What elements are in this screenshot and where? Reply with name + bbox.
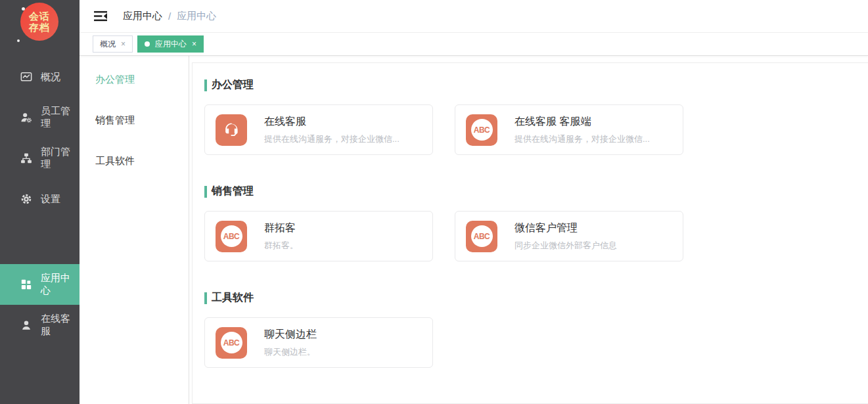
abc-badge: ABC xyxy=(221,225,242,247)
section-office: 办公管理 在线客服 提供在线沟通服务，对接企业微信... xyxy=(204,78,868,155)
card-text: 聊天侧边栏 聊天侧边栏。 xyxy=(264,328,325,358)
card-text: 微信客户管理 同步企业微信外部客户信息 xyxy=(514,221,625,252)
sidebar-item-online-service[interactable]: 在线客服 xyxy=(0,305,80,346)
card-text: 群拓客 群拓客。 xyxy=(264,221,306,252)
app-card-online-service-agent[interactable]: ABC 在线客服 客服端 提供在线沟通服务，对接企业微信... xyxy=(455,104,683,155)
tab-label: 概况 xyxy=(100,39,116,50)
secondary-sidebar: 办公管理 销售管理 工具软件 xyxy=(80,56,189,404)
card-text: 在线客服 客服端 提供在线沟通服务，对接企业微信... xyxy=(514,115,658,145)
sidebar-item-label: 应用中心 xyxy=(41,272,80,297)
content-area: 办公管理 销售管理 工具软件 办公管理 xyxy=(80,56,868,404)
breadcrumb-level2: 应用中心 xyxy=(177,10,216,22)
sidebar-item-label: 设置 xyxy=(41,193,60,206)
person-icon xyxy=(20,319,32,331)
close-icon[interactable]: × xyxy=(121,40,126,48)
tab-label: 应用中心 xyxy=(155,39,187,50)
logo-sparkle-dot xyxy=(22,7,25,11)
card-row: ABC 聊天侧边栏 聊天侧边栏。 xyxy=(204,317,868,368)
section-title: 工具软件 xyxy=(212,291,254,305)
section-sales: 销售管理 ABC 群拓客 群拓客。 xyxy=(204,185,868,261)
logo-text-line1: 会话 xyxy=(29,11,50,22)
card-row: 在线客服 提供在线沟通服务，对接企业微信... ABC 在线客服 客服端 xyxy=(204,104,868,155)
section-title: 办公管理 xyxy=(212,78,254,92)
app-list-panel: 办公管理 在线客服 提供在线沟通服务，对接企业微信... xyxy=(192,62,868,404)
app-description: 提供在线沟通服务，对接企业微信... xyxy=(514,133,650,145)
employee-icon xyxy=(20,112,32,123)
app-root: 会话 存档 概况 员工管理 部门管理 xyxy=(0,0,868,404)
breadcrumb-separator: / xyxy=(168,11,171,22)
submenu-item-tools[interactable]: 工具软件 xyxy=(80,141,189,181)
active-dot-icon xyxy=(145,41,150,47)
abc-badge: ABC xyxy=(471,225,493,247)
app-card-chat-sidebar[interactable]: ABC 聊天侧边栏 聊天侧边栏。 xyxy=(204,317,433,368)
section-accent-bar xyxy=(204,79,207,91)
sidebar-item-employees[interactable]: 员工管理 xyxy=(0,97,80,138)
app-title: 在线客服 xyxy=(264,115,400,129)
gear-icon xyxy=(20,193,32,205)
breadcrumb-level1[interactable]: 应用中心 xyxy=(123,10,162,22)
abc-app-icon: ABC xyxy=(216,327,247,359)
app-title: 在线客服 客服端 xyxy=(514,115,650,129)
primary-sidebar: 会话 存档 概况 员工管理 部门管理 xyxy=(0,0,80,404)
close-icon[interactable]: × xyxy=(192,40,196,48)
section-header: 办公管理 xyxy=(204,78,868,92)
sidebar-item-app-center[interactable]: 应用中心 xyxy=(0,264,80,305)
sidebar-item-settings[interactable]: 设置 xyxy=(0,179,80,219)
sidebar-item-label: 概况 xyxy=(41,71,60,83)
breadcrumb: 应用中心 / 应用中心 xyxy=(123,10,216,22)
headset-icon xyxy=(216,114,247,146)
section-header: 销售管理 xyxy=(204,185,868,198)
logo-text-line2: 存档 xyxy=(29,22,50,33)
tab-overview[interactable]: 概况 × xyxy=(93,35,133,53)
main-column: 应用中心 / 应用中心 概况 × 应用中心 × 办公管理 销售管理 工具软件 xyxy=(80,0,868,404)
card-row: ABC 群拓客 群拓客。 ABC xyxy=(204,211,868,261)
sidebar-spacer xyxy=(0,219,80,264)
sidebar-item-label: 员工管理 xyxy=(41,105,80,130)
submenu-item-sales[interactable]: 销售管理 xyxy=(80,100,189,141)
top-navbar: 应用中心 / 应用中心 xyxy=(80,0,868,33)
app-description: 同步企业微信外部客户信息 xyxy=(514,240,617,252)
app-title: 聊天侧边栏 xyxy=(264,328,317,342)
sidebar-item-overview[interactable]: 概况 xyxy=(0,56,80,97)
main-panel-wrap: 办公管理 在线客服 提供在线沟通服务，对接企业微信... xyxy=(189,56,868,404)
collapse-sidebar-icon[interactable] xyxy=(93,10,108,22)
app-title: 群拓客 xyxy=(264,221,298,235)
app-description: 群拓客。 xyxy=(264,240,298,252)
tab-app-center[interactable]: 应用中心 × xyxy=(137,35,204,53)
sidebar-item-label: 部门管理 xyxy=(41,146,80,171)
app-card-group-marketing[interactable]: ABC 群拓客 群拓客。 xyxy=(204,211,433,261)
app-description: 提供在线沟通服务，对接企业微信... xyxy=(264,133,400,145)
abc-badge: ABC xyxy=(471,119,493,141)
abc-app-icon: ABC xyxy=(466,221,497,252)
section-tools: 工具软件 ABC 聊天侧边栏 聊天侧边栏。 xyxy=(204,291,868,368)
org-tree-icon xyxy=(20,152,32,164)
logo-sparkle-dot xyxy=(17,39,20,42)
section-accent-bar xyxy=(204,186,207,198)
section-accent-bar xyxy=(204,292,207,304)
sidebar-item-label: 在线客服 xyxy=(41,313,80,338)
abc-badge: ABC xyxy=(221,332,242,353)
app-grid-icon xyxy=(20,279,32,290)
sidebar-item-departments[interactable]: 部门管理 xyxy=(0,138,80,179)
abc-app-icon: ABC xyxy=(216,221,247,252)
app-title: 微信客户管理 xyxy=(514,221,617,235)
app-card-wechat-customers[interactable]: ABC 微信客户管理 同步企业微信外部客户信息 xyxy=(455,211,683,261)
app-logo: 会话 存档 xyxy=(0,0,80,56)
section-header: 工具软件 xyxy=(204,291,868,305)
app-description: 聊天侧边栏。 xyxy=(264,346,317,358)
logo-badge: 会话 存档 xyxy=(20,3,58,41)
section-title: 销售管理 xyxy=(212,185,254,198)
trend-chart-icon xyxy=(20,71,32,83)
tags-view-bar: 概况 × 应用中心 × xyxy=(80,33,868,56)
app-card-online-service[interactable]: 在线客服 提供在线沟通服务，对接企业微信... xyxy=(204,104,433,155)
submenu-item-office[interactable]: 办公管理 xyxy=(80,59,189,100)
abc-app-icon: ABC xyxy=(466,114,497,146)
card-text: 在线客服 提供在线沟通服务，对接企业微信... xyxy=(264,115,407,145)
